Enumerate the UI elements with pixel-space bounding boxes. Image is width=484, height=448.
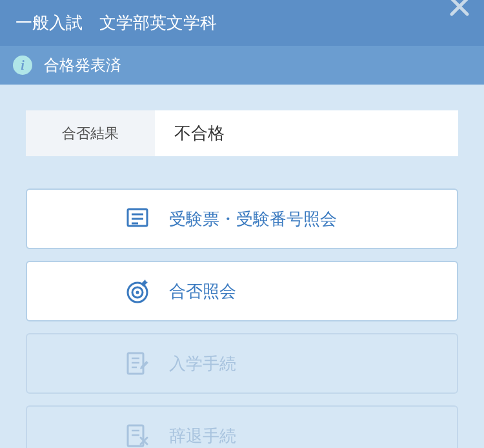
menu-item-withdrawal: 辞退手続 [26, 405, 458, 448]
menu-item-result-inquiry[interactable]: 合否照会 [26, 261, 458, 321]
menu-item-label: 合否照会 [169, 280, 236, 303]
menu-item-label: 入学手続 [169, 352, 236, 375]
menu-item-label: 受験票・受験番号照会 [169, 208, 337, 230]
status-bar: i 合格発表済 [0, 46, 484, 85]
menu-list: 受験票・受験番号照会 合否照会 入学手続 辞退手続 [26, 188, 458, 448]
cancel-document-icon [124, 422, 151, 448]
status-text: 合格発表済 [44, 55, 121, 76]
page-title: 一般入試 文学部英文学科 [15, 12, 217, 34]
menu-item-ticket-inquiry[interactable]: 受験票・受験番号照会 [26, 188, 458, 249]
document-icon [124, 205, 151, 232]
header: 一般入試 文学部英文学科 [0, 0, 484, 46]
close-icon[interactable] [447, 0, 472, 19]
result-row: 合否結果 不合格 [26, 110, 458, 156]
content: 合否結果 不合格 受験票・受験番号照会 合否照会 入学手続 辞退手続 [0, 85, 484, 448]
target-icon [124, 278, 151, 305]
svg-point-6 [136, 291, 139, 294]
menu-item-label: 辞退手続 [169, 425, 236, 447]
info-icon: i [13, 56, 32, 75]
menu-item-enrollment: 入学手続 [26, 333, 458, 394]
edit-document-icon [124, 350, 151, 377]
result-value: 不合格 [155, 110, 458, 156]
result-label: 合否結果 [26, 110, 155, 156]
